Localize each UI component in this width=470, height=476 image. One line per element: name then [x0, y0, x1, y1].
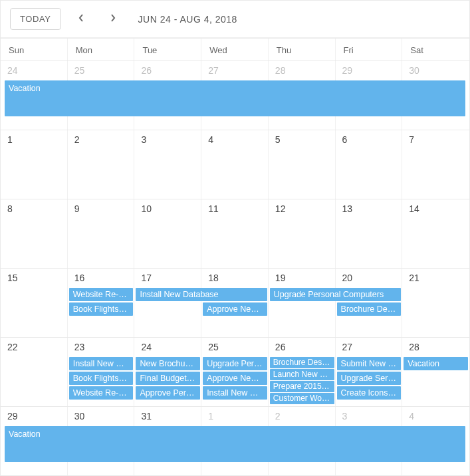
day-header: Mon [68, 39, 135, 60]
day-header: Fri [336, 39, 403, 60]
day-header: Wed [201, 39, 269, 60]
calendar-event[interactable]: Launch New … [270, 369, 334, 380]
calendar-event[interactable]: Install New Database [136, 288, 267, 301]
calendar-event[interactable]: Website Re-D… [69, 386, 134, 400]
calendar-event[interactable]: Brochure Desi… [270, 357, 334, 368]
calendar-event[interactable]: Prepare 2015 … [270, 381, 334, 392]
calendar-event[interactable]: Upgrade Pers… [203, 357, 267, 370]
calendar-event[interactable]: Vacation [5, 80, 465, 116]
day-header-row: SunMonTueWedThuFriSat [1, 38, 469, 60]
week-row: 2930311234Vacation [1, 406, 469, 475]
calendar-event[interactable]: Submit New … [337, 357, 402, 370]
calendar-event[interactable]: Install New R… [69, 357, 134, 370]
events-layer [1, 218, 469, 268]
week-row: 1234567 [1, 130, 469, 199]
events-layer: Website Re-D…Install New DatabaseUpgrade… [1, 287, 469, 337]
day-header: Tue [134, 39, 201, 60]
calendar-event[interactable]: Create Icons f… [337, 386, 402, 400]
chevron-left-icon [78, 13, 84, 25]
calendar-event[interactable]: New Brochures [136, 357, 200, 370]
chevron-right-icon [110, 13, 116, 25]
calendar-event[interactable]: Book Flights t… [69, 372, 134, 385]
calendar-event[interactable]: Approve Pers… [136, 386, 200, 400]
day-header: Thu [269, 39, 336, 60]
calendar-event[interactable]: Final Budget … [136, 372, 200, 385]
events-layer: Install New R…New BrochuresUpgrade Pers…… [1, 356, 469, 406]
calendar-event[interactable]: Brochure Desi… [337, 302, 402, 316]
calendar-event[interactable]: Upgrade Serv… [337, 372, 402, 385]
events-layer [1, 149, 469, 199]
calendar-event[interactable]: Approve New … [203, 372, 267, 385]
today-button[interactable]: TODAY [10, 8, 61, 30]
calendar-event[interactable]: Vacation [5, 426, 465, 462]
day-header: Sat [402, 39, 469, 60]
calendar-event[interactable]: Website Re-D… [69, 288, 134, 301]
prev-button[interactable] [69, 7, 93, 31]
calendar-event[interactable]: Upgrade Personal Computers [270, 288, 401, 301]
events-layer: Vacation [1, 80, 469, 130]
calendar-event[interactable]: Install New D… [203, 386, 267, 400]
next-button[interactable] [101, 7, 125, 31]
calendar-event[interactable]: Approve New … [203, 302, 267, 316]
weeks-container: 24252627282930Vacation123456789101112131… [1, 60, 469, 475]
week-row: 15161718192021Website Re-D…Install New D… [1, 268, 469, 337]
week-row: 891011121314 [1, 199, 469, 268]
day-header: Sun [1, 39, 68, 60]
week-row: 22232425262728Install New R…New Brochure… [1, 337, 469, 406]
week-row: 24252627282930Vacation [1, 60, 469, 130]
events-layer: Vacation [1, 425, 469, 475]
calendar-event[interactable]: Customer Wo… [270, 393, 334, 404]
calendar-event[interactable]: Vacation [404, 357, 468, 370]
calendar-event[interactable]: Book Flights t… [69, 302, 134, 316]
scheduler: TODAY JUN 24 - AUG 4, 2018 SunMonTueWedT… [0, 0, 470, 476]
date-range-label: JUN 24 - AUG 4, 2018 [138, 14, 237, 25]
toolbar: TODAY JUN 24 - AUG 4, 2018 [1, 1, 469, 38]
